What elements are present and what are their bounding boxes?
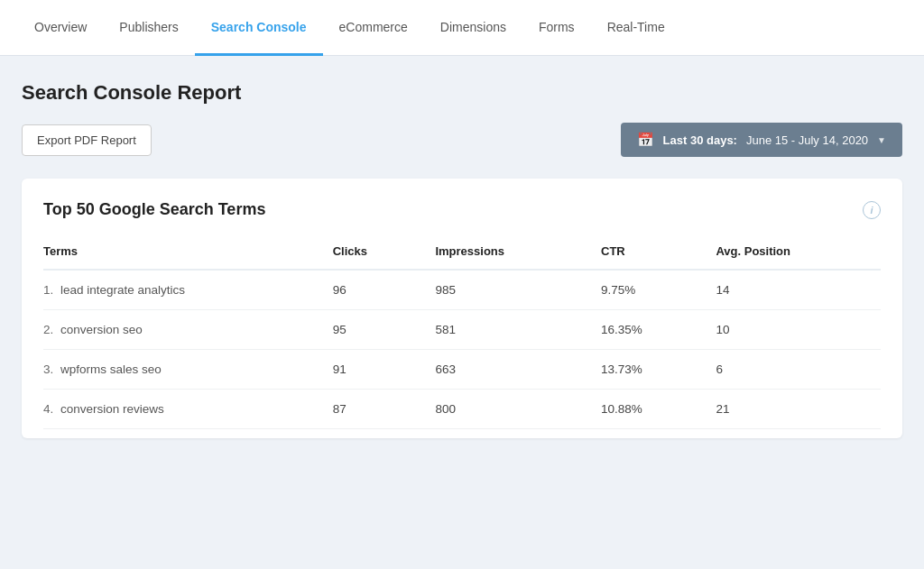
chevron-down-icon: ▼ bbox=[877, 135, 886, 145]
cell-avg_position: 10 bbox=[705, 310, 881, 350]
cell-term: 2. conversion seo bbox=[43, 310, 322, 350]
nav-item-dimensions[interactable]: Dimensions bbox=[424, 0, 522, 56]
search-terms-card: Top 50 Google Search Terms i TermsClicks… bbox=[22, 179, 902, 438]
nav-item-search-console[interactable]: Search Console bbox=[195, 0, 323, 56]
cell-impressions: 663 bbox=[424, 350, 590, 390]
row-rank: 3. bbox=[43, 363, 57, 376]
table-row: 2. conversion seo9558116.35%10 bbox=[43, 310, 881, 350]
nav-item-ecommerce[interactable]: eCommerce bbox=[323, 0, 424, 56]
table-row: 4. conversion reviews8780010.88%21 bbox=[43, 390, 881, 429]
export-pdf-button[interactable]: Export PDF Report bbox=[22, 124, 152, 156]
cell-impressions: 581 bbox=[424, 310, 590, 350]
col-header-avg-position: Avg. Position bbox=[705, 237, 881, 270]
cell-avg_position: 21 bbox=[705, 390, 881, 429]
row-rank: 2. bbox=[43, 323, 57, 336]
row-term-text: conversion seo bbox=[60, 323, 143, 336]
cell-ctr: 16.35% bbox=[590, 310, 705, 350]
col-header-impressions: Impressions bbox=[424, 237, 590, 270]
cell-impressions: 985 bbox=[424, 270, 590, 310]
date-range-prefix: Last 30 days: bbox=[663, 133, 737, 147]
cell-clicks: 95 bbox=[322, 310, 425, 350]
nav-item-overview[interactable]: Overview bbox=[18, 0, 103, 56]
table-row: 3. wpforms sales seo9166313.73%6 bbox=[43, 350, 881, 390]
cell-term: 3. wpforms sales seo bbox=[43, 350, 322, 390]
row-term-text: wpforms sales seo bbox=[60, 363, 162, 376]
col-header-clicks: Clicks bbox=[322, 237, 425, 270]
cell-term: 4. conversion reviews bbox=[43, 390, 322, 429]
col-header-ctr: CTR bbox=[590, 237, 705, 270]
card-title: Top 50 Google Search Terms bbox=[43, 200, 265, 219]
cell-ctr: 13.73% bbox=[590, 350, 705, 390]
search-terms-table: TermsClicksImpressionsCTRAvg. Position 1… bbox=[43, 237, 881, 429]
row-rank: 4. bbox=[43, 402, 57, 416]
header-row: TermsClicksImpressionsCTRAvg. Position bbox=[43, 237, 881, 270]
row-rank: 1. bbox=[43, 283, 57, 297]
cell-clicks: 96 bbox=[322, 270, 425, 310]
table-body: 1. lead integrate analytics969859.75%142… bbox=[43, 270, 881, 429]
main-content: Search Console Report Export PDF Report … bbox=[0, 56, 924, 460]
page-title: Search Console Report bbox=[22, 81, 902, 105]
row-term-text: lead integrate analytics bbox=[60, 283, 185, 297]
info-icon[interactable]: i bbox=[863, 201, 881, 219]
top-nav: OverviewPublishersSearch ConsoleeCommerc… bbox=[0, 0, 924, 56]
cell-avg_position: 6 bbox=[705, 350, 881, 390]
cell-term: 1. lead integrate analytics bbox=[43, 270, 322, 310]
table-header: TermsClicksImpressionsCTRAvg. Position bbox=[43, 237, 881, 270]
cell-impressions: 800 bbox=[424, 390, 590, 429]
cell-ctr: 9.75% bbox=[590, 270, 705, 310]
row-term-text: conversion reviews bbox=[60, 402, 164, 416]
page-wrapper: OverviewPublishersSearch ConsoleeCommerc… bbox=[0, 0, 924, 569]
cell-clicks: 87 bbox=[322, 390, 425, 429]
date-range-value: June 15 - July 14, 2020 bbox=[746, 133, 868, 147]
calendar-icon: 📅 bbox=[637, 132, 654, 148]
cell-ctr: 10.88% bbox=[590, 390, 705, 429]
nav-item-forms[interactable]: Forms bbox=[522, 0, 591, 56]
col-header-terms: Terms bbox=[43, 237, 322, 270]
cell-clicks: 91 bbox=[322, 350, 425, 390]
cell-avg_position: 14 bbox=[705, 270, 881, 310]
nav-item-publishers[interactable]: Publishers bbox=[103, 0, 194, 56]
date-range-button[interactable]: 📅 Last 30 days: June 15 - July 14, 2020 … bbox=[621, 123, 902, 157]
nav-item-real-time[interactable]: Real-Time bbox=[591, 0, 681, 56]
table-row: 1. lead integrate analytics969859.75%14 bbox=[43, 270, 881, 310]
toolbar-row: Export PDF Report 📅 Last 30 days: June 1… bbox=[22, 123, 902, 157]
card-header: Top 50 Google Search Terms i bbox=[43, 200, 881, 219]
